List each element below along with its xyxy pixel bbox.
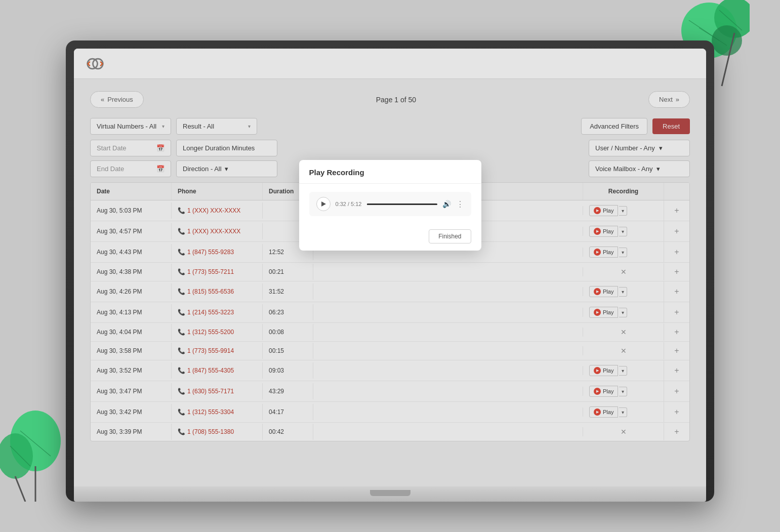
modal-title: Play Recording xyxy=(309,168,364,177)
svg-line-6 xyxy=(719,10,742,30)
play-triangle-icon xyxy=(321,201,326,207)
play-recording-modal: Play Recording 0:32 / 5:12 🔊 ⋮ xyxy=(299,160,481,251)
audio-progress-fill xyxy=(367,203,392,205)
audio-play-button[interactable] xyxy=(316,197,331,211)
audio-player: 0:32 / 5:12 🔊 ⋮ xyxy=(309,192,471,216)
modal-body: 0:32 / 5:12 🔊 ⋮ xyxy=(299,184,481,224)
svg-point-9 xyxy=(0,433,33,479)
audio-progress-bar[interactable] xyxy=(367,203,437,205)
volume-icon[interactable]: 🔊 xyxy=(442,200,451,208)
finished-label: Finished xyxy=(438,233,461,240)
svg-line-7 xyxy=(699,28,719,40)
laptop-screen: « Previous Page 1 of 50 Next » Virtual N… xyxy=(74,49,706,486)
modal-overlay[interactable]: Play Recording 0:32 / 5:12 🔊 ⋮ xyxy=(74,49,706,486)
svg-line-12 xyxy=(20,431,51,456)
modal-footer: Finished xyxy=(299,224,481,251)
laptop-frame: « Previous Page 1 of 50 Next » Virtual N… xyxy=(66,40,714,502)
svg-point-1 xyxy=(714,0,750,38)
laptop-base xyxy=(74,486,706,502)
modal-header: Play Recording xyxy=(299,160,481,184)
svg-line-13 xyxy=(10,446,30,466)
audio-time-display: 0:32 / 5:12 xyxy=(336,201,362,207)
svg-point-2 xyxy=(712,25,742,56)
svg-point-8 xyxy=(10,411,61,471)
laptop-notch xyxy=(370,490,410,496)
finished-button[interactable]: Finished xyxy=(429,229,471,243)
svg-line-11 xyxy=(15,476,25,502)
svg-line-4 xyxy=(722,33,734,86)
more-options-icon[interactable]: ⋮ xyxy=(456,199,464,209)
